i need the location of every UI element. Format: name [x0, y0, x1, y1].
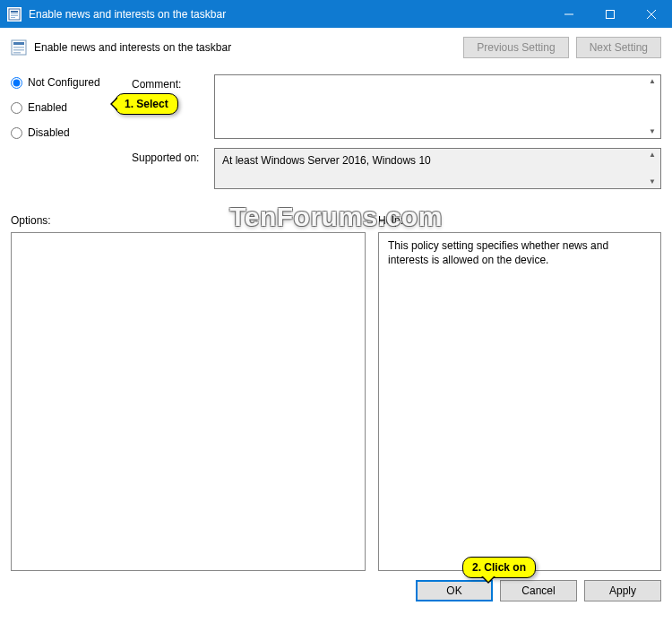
next-setting-button[interactable]: Next Setting — [576, 37, 661, 58]
svg-rect-13 — [13, 52, 21, 54]
svg-rect-2 — [11, 13, 18, 14]
apply-button[interactable]: Apply — [584, 580, 661, 601]
cancel-button[interactable]: Cancel — [500, 580, 577, 601]
sections-row: Options: Help: This policy setting speci… — [11, 214, 661, 571]
supported-textbox: At least Windows Server 2016, Windows 10… — [214, 148, 661, 189]
callout-select: 1. Select — [115, 93, 178, 115]
options-label: Options: — [11, 214, 366, 227]
radio-disabled-label: Disabled — [28, 126, 70, 139]
svg-rect-1 — [11, 11, 18, 13]
radio-not-configured-label: Not Configured — [28, 76, 100, 89]
svg-rect-4 — [11, 17, 15, 18]
radio-enabled-input[interactable] — [11, 102, 22, 114]
scroll-up-icon: ▲ — [646, 78, 659, 85]
window-title: Enable news and interests on the taskbar — [29, 8, 548, 21]
header-row: Enable news and interests on the taskbar… — [11, 37, 661, 58]
apply-label: Apply — [609, 584, 636, 597]
page-title: Enable news and interests on the taskbar — [34, 41, 231, 54]
help-column: Help: This policy setting specifies whet… — [378, 214, 661, 571]
titlebar: Enable news and interests on the taskbar — [0, 0, 672, 28]
comment-textbox[interactable]: ▲▼ — [214, 74, 661, 139]
help-panel: This policy setting specifies whether ne… — [378, 232, 661, 571]
svg-rect-6 — [607, 10, 615, 18]
scroll-down-icon: ▼ — [646, 178, 659, 186]
policy-icon — [11, 39, 27, 56]
radio-disabled-input[interactable] — [11, 127, 22, 139]
previous-setting-label: Previous Setting — [477, 41, 555, 54]
svg-rect-12 — [13, 49, 24, 51]
supported-label: Supported on: — [132, 148, 214, 189]
ok-label: OK — [446, 584, 461, 597]
supported-value: At least Windows Server 2016, Windows 10 — [222, 154, 431, 167]
maximize-button[interactable] — [590, 0, 631, 28]
help-text: This policy setting specifies whether ne… — [388, 239, 608, 266]
scroll-up-icon: ▲ — [646, 151, 659, 159]
radio-disabled[interactable]: Disabled — [11, 126, 132, 139]
cancel-label: Cancel — [521, 584, 555, 597]
radio-group: Not Configured Enabled Disabled — [11, 74, 132, 198]
help-label: Help: — [378, 214, 661, 227]
supported-scrollbar[interactable]: ▲▼ — [646, 149, 659, 188]
radio-enabled-label: Enabled — [28, 101, 67, 114]
callout-click-on: 2. Click on — [462, 557, 536, 578]
svg-rect-3 — [11, 15, 18, 16]
fields-column: Comment: ▲▼ Supported on: At least Windo… — [132, 74, 661, 198]
next-setting-label: Next Setting — [590, 41, 648, 54]
svg-rect-10 — [13, 42, 24, 45]
previous-setting-button[interactable]: Previous Setting — [463, 37, 568, 58]
dialog-buttons: OK Cancel Apply — [11, 580, 661, 601]
comment-scrollbar[interactable]: ▲▼ — [646, 75, 659, 138]
config-row: Not Configured Enabled Disabled Comment:… — [11, 74, 661, 198]
minimize-button[interactable] — [548, 0, 590, 28]
close-button[interactable] — [631, 0, 672, 28]
scroll-down-icon: ▼ — [646, 128, 659, 135]
options-column: Options: — [11, 214, 366, 571]
app-icon — [7, 7, 22, 22]
options-panel — [11, 232, 366, 571]
svg-rect-11 — [13, 47, 24, 48]
window-controls — [548, 0, 672, 28]
radio-not-configured-input[interactable] — [11, 77, 22, 89]
radio-not-configured[interactable]: Not Configured — [11, 76, 132, 89]
client-area: Enable news and interests on the taskbar… — [0, 28, 672, 612]
